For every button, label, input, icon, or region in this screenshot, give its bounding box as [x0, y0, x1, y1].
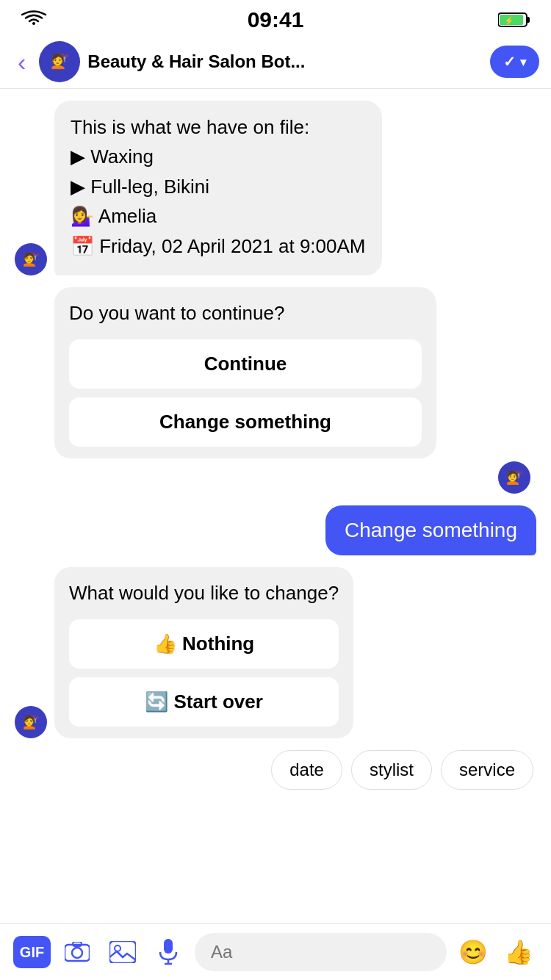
thumbs-up-send[interactable]: 👍 [500, 933, 538, 971]
message-toolbar: GIF 😊 👍 [0, 923, 551, 980]
status-right: ⚡ [498, 12, 530, 28]
chat-area: 💇 This is what we have on file: ▶ Waxing… [0, 89, 551, 923]
bot-change-row: 💇 What would you like to change? 👍 Nothi… [15, 567, 536, 738]
change-question: What would you like to change? [69, 579, 339, 610]
svg-rect-11 [164, 939, 173, 954]
dropdown-icon: ▾ [520, 55, 526, 69]
bot-change-bubble: What would you like to change? 👍 Nothing… [54, 567, 353, 738]
gif-label: GIF [20, 944, 44, 961]
line-date: 📅 Friday, 02 April 2021 at 9:00AM [71, 233, 366, 259]
status-left [21, 10, 47, 29]
svg-point-7 [72, 948, 82, 958]
photo-button[interactable] [104, 933, 142, 971]
bot-mini-avatar-2: 💇 [498, 461, 530, 494]
line-waxing: ▶ Waxing [71, 143, 366, 170]
bot-continue-bubble: Do you want to continue? Continue Change… [54, 287, 436, 458]
bot-message-info: 💇 This is what we have on file: ▶ Waxing… [15, 101, 536, 275]
date-button[interactable]: date [271, 750, 342, 790]
stylist-button[interactable]: stylist [351, 750, 432, 790]
inline-quick-replies: date stylist service [15, 750, 536, 790]
message-input[interactable] [195, 933, 447, 971]
svg-rect-9 [109, 941, 136, 963]
status-bar: 09:41 ⚡ [0, 0, 551, 35]
camera-button[interactable] [58, 933, 96, 971]
chat-header: ‹ 💇 Beauty & Hair Salon Bot... ✓ ▾ [0, 35, 551, 89]
emoji-button[interactable]: 😊 [454, 933, 492, 971]
user-message-change: Change something [15, 505, 536, 555]
svg-rect-1 [527, 17, 530, 23]
change-something-button-1[interactable]: Change something [69, 397, 422, 447]
svg-text:⚡: ⚡ [504, 15, 514, 26]
bot-mini-avatar: 💇 [15, 243, 47, 275]
user-bubble-change: Change something [325, 505, 536, 555]
continue-button[interactable]: Continue [69, 339, 422, 389]
gif-button[interactable]: GIF [13, 936, 51, 968]
battery-icon: ⚡ [498, 12, 530, 28]
bot-continue-section: Do you want to continue? Continue Change… [15, 287, 536, 494]
bot-change-section: 💇 What would you like to change? 👍 Nothi… [15, 567, 536, 738]
mic-button[interactable] [149, 933, 187, 971]
bot-avatar: 💇 [39, 41, 80, 82]
nothing-button[interactable]: 👍 Nothing [69, 619, 339, 669]
service-button[interactable]: service [441, 750, 533, 790]
start-over-button[interactable]: 🔄 Start over [69, 677, 339, 727]
status-time: 09:41 [248, 7, 304, 32]
checkmark-icon: ✓ [503, 53, 516, 71]
svg-text:💇: 💇 [51, 52, 69, 70]
verify-button[interactable]: ✓ ▾ [490, 46, 539, 78]
back-button[interactable]: ‹ [12, 45, 32, 79]
bot-info-bubble: This is what we have on file: ▶ Waxing ▶… [54, 101, 382, 275]
continue-question: Do you want to continue? [69, 299, 422, 331]
line-stylist: 💁‍♀️ Amelia [71, 203, 366, 229]
bot-name: Beauty & Hair Salon Bot... [87, 51, 483, 72]
wifi-icon [21, 10, 47, 29]
line-fullleg: ▶ Full-leg, Bikini [71, 173, 366, 200]
svg-point-10 [115, 945, 120, 951]
bot-mini-avatar-3: 💇 [15, 706, 47, 738]
